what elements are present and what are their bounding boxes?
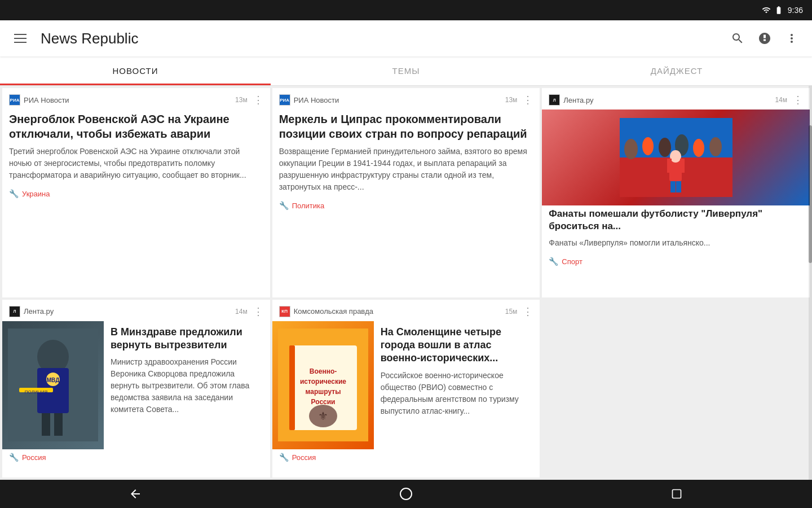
news-card-5[interactable]: КП Комсомольская правда 15м ⋮ Военно- ис… [272,300,540,478]
search-icon [731,32,744,45]
card-text-3: Фанаты «Ливерпуля» помогли итальянско... [542,237,810,253]
card-header-5: КП Комсомольская правда 15м ⋮ [272,300,540,321]
card-tag-5: 🔧 Россия [272,449,540,467]
news-card-2[interactable]: РИА РИА Новости 13м ⋮ Меркель и Ципрас п… [272,88,540,297]
card-title-4: В Минздраве предложили вернуть вытрезвит… [104,321,270,357]
svg-rect-12 [670,181,676,192]
battery-icon [774,6,783,15]
card-image-3 [542,110,810,205]
svg-point-34 [400,488,412,500]
home-button[interactable] [389,483,423,505]
card-tag-4: 🔧 Россия [2,449,270,467]
card-title-1: Энергоблок Ровенской АЭС на Украине откл… [2,110,270,146]
tag-icon-3: 🔧 [549,257,558,266]
card-text-1: Третий энергоблок Ровенской АЭС на Украи… [2,146,270,186]
card-menu-4[interactable]: ⋮ [253,305,263,318]
svg-rect-22 [61,374,69,402]
source-name-1: РИА Новости [24,96,232,104]
card-title-2: Меркель и Ципрас прокомментировали позиц… [272,110,540,146]
tabs-bar: НОВОСТИ ТЕМЫ ДАЙДЖЕСТ [0,56,812,86]
card-image-5: Военно- исторические маршруты России ⚜ [272,321,374,449]
soccer-illustration [620,118,732,197]
more-button[interactable] [780,27,803,50]
card-text-4: Министр здравоохранения России Вероника … [104,356,270,420]
source-logo-3: Л [549,94,560,106]
back-icon [129,487,142,501]
card-text-2: Возвращение Германией принудительного за… [272,146,540,198]
status-bar: 9:36 [0,0,812,20]
status-icons [762,6,783,15]
card-header-3: Л Лента.ру 14м ⋮ [542,88,810,110]
svg-rect-20 [54,413,63,436]
news-card-4[interactable]: Л Лента.ру 14м ⋮ МВД [2,300,270,478]
svg-rect-13 [676,181,681,192]
card-time-1: 13м [235,96,248,104]
recents-icon [671,488,682,500]
news-card-1[interactable]: РИА РИА Новости 13м ⋮ Энергоблок Ровенск… [2,88,270,297]
card-tag-3: 🔧 Спорт [542,253,810,271]
scroll-thumb [809,125,812,263]
search-button[interactable] [726,27,749,50]
svg-rect-11 [680,159,685,173]
card-header-2: РИА РИА Новости 13м ⋮ [272,88,540,110]
tab-temy[interactable]: ТЕМЫ [271,56,541,85]
card-time-4: 14м [235,308,248,316]
source-name-2: РИА Новости [294,96,502,104]
svg-text:исторические: исторические [300,378,346,386]
card-menu-5[interactable]: ⋮ [523,305,533,318]
news-card-3[interactable]: Л Лента.ру 14м ⋮ [542,88,810,297]
card-time-3: 14м [775,96,787,104]
tab-novosti[interactable]: НОВОСТИ [0,56,271,85]
tag-icon-1: 🔧 [9,189,19,198]
card-tag-1: 🔧 Украина [2,186,270,204]
tab-daidzest[interactable]: ДАЙДЖЕСТ [541,56,812,85]
card-image-4: МВД ПОЛИЦИЯ [2,321,104,449]
source-logo-2: РИА [279,94,290,106]
account-icon [758,32,771,45]
svg-point-4 [659,138,671,157]
card-time-5: 15м [505,308,518,316]
tag-icon-5: 🔧 [279,453,289,462]
recents-button[interactable] [660,483,694,505]
card-tag-2: 🔧 Политика [272,198,540,216]
source-name-5: Комсомольская правда [294,307,502,316]
svg-point-3 [642,137,654,155]
svg-text:России: России [311,398,335,406]
card-title-5: На Смоленщине четыре города вошли в атла… [374,321,540,370]
wifi-icon [762,6,771,15]
svg-text:МВД: МВД [47,377,60,383]
svg-point-6 [693,139,704,157]
tag-icon-4: 🔧 [9,453,19,462]
source-name-3: Лента.ру [563,96,771,104]
more-vert-icon [785,32,798,45]
svg-point-7 [709,137,722,156]
bottom-navigation [0,480,812,508]
book-illustration: Военно- исторические маршруты России ⚜ [278,329,368,441]
police-illustration: МВД ПОЛИЦИЯ [8,329,98,441]
svg-text:ПОЛИЦИЯ: ПОЛИЦИЯ [25,389,48,395]
svg-rect-27 [289,345,295,430]
menu-button[interactable] [9,27,32,50]
source-logo-4: Л [9,306,20,317]
svg-rect-10 [667,159,672,173]
scroll-track [809,86,812,480]
news-grid: РИА РИА Новости 13м ⋮ Энергоблок Ровенск… [0,86,812,480]
svg-rect-35 [673,490,681,498]
card-time-2: 13м [505,96,518,104]
app-title: News Republic [41,30,726,47]
source-name-4: Лента.ру [24,307,232,316]
svg-point-2 [624,139,638,159]
home-icon [399,487,413,501]
card-menu-1[interactable]: ⋮ [253,94,263,106]
user-button[interactable] [753,27,776,50]
hamburger-icon [14,34,27,43]
source-logo-1: РИА [9,94,20,106]
card-title-3: Фанаты помешали футболисту "Ливерпуля" б… [542,205,810,237]
back-button[interactable] [118,483,152,505]
app-bar-actions [726,27,803,50]
card-menu-2[interactable]: ⋮ [523,94,533,106]
svg-text:⚜: ⚜ [318,410,328,422]
card-menu-3[interactable]: ⋮ [793,94,803,106]
app-bar: News Republic [0,20,812,56]
card-header-4: Л Лента.ру 14м ⋮ [2,300,270,321]
